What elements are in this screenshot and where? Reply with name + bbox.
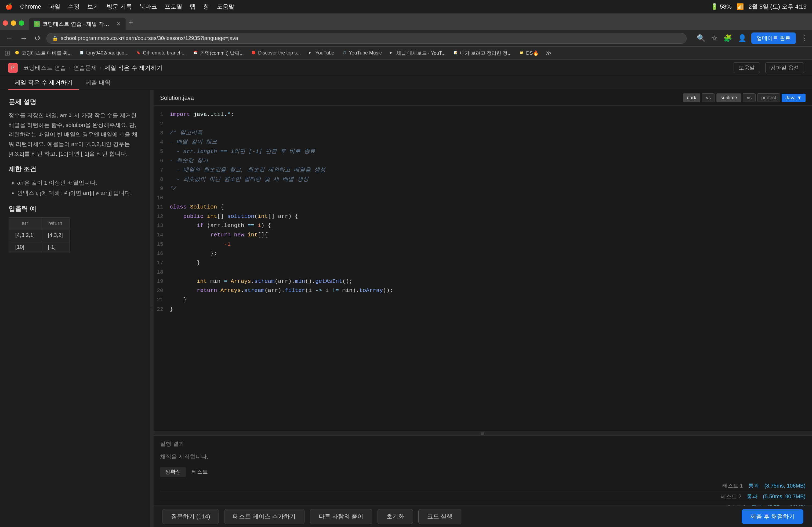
address-bar: ← → ↺ 🔒 school.programmers.co.kr/learn/c…	[0, 30, 812, 47]
code-line-9: 9 */	[154, 184, 812, 194]
theme-vs2-btn[interactable]: vs	[743, 93, 756, 102]
close-window-btn[interactable]	[3, 20, 8, 26]
search-icon[interactable]: 🔍	[697, 34, 706, 42]
compile-options-btn[interactable]: 컴파일 옵션	[765, 62, 804, 73]
apps-icon[interactable]: ⊞	[4, 49, 10, 57]
code-line-2: 2	[154, 119, 812, 129]
main-content: 문제 설명 정수를 저장한 배열, arr 에서 가장 작은 수를 제거한 배열…	[0, 90, 812, 527]
menu-icon[interactable]: ⋮	[801, 34, 808, 42]
bookmark-item-9[interactable]: 📝 내가 보려고 정리한 정...	[450, 49, 515, 57]
test-result-row-1: 테스트 1 통과 (8.75ms, 106MB)	[160, 481, 806, 491]
menu-tab[interactable]: 탭	[190, 3, 196, 11]
bookmarks-more-btn[interactable]: ≫	[543, 48, 554, 58]
lock-icon: 🔒	[52, 35, 58, 41]
code-line-6: 6 - 최솟값 찾기	[154, 156, 812, 166]
bookmark-item-1[interactable]: 🟡 코딩테스트 대비를 위...	[12, 49, 75, 57]
line-code-3: /* 알고리즘	[170, 129, 812, 138]
bookmark-item-10[interactable]: 📁 DS🔥	[516, 49, 542, 57]
menu-view[interactable]: 보기	[87, 3, 99, 11]
language-select[interactable]: Java ▼	[782, 94, 806, 102]
line-code-9: */	[170, 184, 812, 194]
theme-vs-btn[interactable]: vs	[702, 93, 715, 102]
bookmark-favicon-6: ▶	[309, 51, 314, 56]
theme-sublime-btn[interactable]: sublime	[716, 93, 741, 102]
help-btn[interactable]: 도움말	[734, 62, 760, 73]
test-time-1: (8.75ms, 106MB)	[765, 483, 806, 489]
result-tab-accuracy[interactable]: 정확성	[160, 467, 186, 477]
code-area[interactable]: 1 import java.util.*; 2 3 /* 알고리즘 4 - 배열…	[154, 106, 812, 431]
code-line-13: 13 if (arr.length == 1) {	[154, 221, 812, 230]
address-input[interactable]: 🔒 school.programmers.co.kr/learn/courses…	[46, 33, 686, 44]
bookmark-item-4[interactable]: 📅 커밋(commit) 날짜...	[190, 49, 247, 57]
io-cell-2-1: [10]	[9, 241, 41, 253]
io-title: 입출력 예	[9, 205, 142, 213]
menu-window[interactable]: 창	[203, 3, 209, 11]
tab-close-btn[interactable]: ✕	[116, 21, 121, 27]
test-name-1: 테스트 1	[711, 482, 743, 490]
code-line-11: 11 class Solution {	[154, 202, 812, 212]
line-num-9: 9	[154, 184, 170, 193]
address-icons: 🔍 ☆ 🧩 👤	[697, 34, 746, 42]
editor-filename: Solution.java	[160, 94, 194, 102]
bookmark-star-icon[interactable]: ☆	[711, 34, 717, 42]
menu-profile[interactable]: 프로필	[164, 3, 182, 11]
bookmark-item-2[interactable]: 📄 tony9402/baekjoo...	[76, 49, 132, 57]
line-code-5: - arr.length == 1이면 [-1] 반환 후 바로 종료	[170, 147, 812, 156]
site-header-right: 도움말 컴파일 옵션	[734, 62, 804, 73]
line-num-3: 3	[154, 129, 170, 137]
bookmark-item-8[interactable]: ▶ 채널 대시보드 - YouT...	[387, 49, 449, 57]
line-code-16: };	[170, 249, 812, 258]
forward-btn[interactable]: →	[19, 33, 28, 44]
editor-header: Solution.java dark vs sublime vs protect…	[154, 90, 812, 106]
result-tab-test[interactable]: 테스트	[187, 467, 213, 477]
menu-bookmark[interactable]: 북마크	[139, 3, 157, 11]
tab-title: 코딩테스트 연습 - 제일 작은 수 제...	[42, 20, 114, 28]
reset-btn[interactable]: 초기화	[378, 509, 413, 524]
bookmark-label-7: YouTube Music	[349, 50, 382, 56]
tab-problem[interactable]: 제일 작은 수 제거하기	[8, 76, 79, 90]
code-line-15: 15 -1	[154, 240, 812, 249]
breadcrumb-item-1[interactable]: 코딩테스트 연습	[23, 64, 66, 72]
resize-handle[interactable]: ≡	[154, 431, 812, 436]
bookmark-favicon-10: 📁	[520, 51, 524, 56]
breadcrumb-item-2[interactable]: 연습문제	[73, 64, 97, 72]
submit-btn[interactable]: 제출 후 채점하기	[742, 509, 803, 524]
update-btn[interactable]: 업데이트 완료	[751, 32, 796, 44]
maximize-window-btn[interactable]	[19, 20, 24, 26]
line-num-21: 21	[154, 296, 170, 304]
ask-btn[interactable]: 질문하기 (114)	[162, 509, 219, 524]
menu-chrome[interactable]: Chrome	[20, 3, 41, 10]
bookmark-item-5[interactable]: 🔴 Discover the top s...	[248, 49, 304, 57]
apple-menu[interactable]: 🍎	[5, 3, 13, 10]
active-tab[interactable]: 🟢 코딩테스트 연습 - 제일 작은 수 제... ✕	[29, 18, 126, 30]
code-line-5: 5 - arr.length == 1이면 [-1] 반환 후 바로 종료	[154, 147, 812, 156]
line-num-2: 2	[154, 119, 170, 128]
line-code-21: }	[170, 296, 812, 305]
new-tab-btn[interactable]: +	[126, 18, 133, 30]
theme-dark-btn[interactable]: dark	[683, 93, 700, 102]
bookmarks-bar: ⊞ 🟡 코딩테스트 대비를 위... 📄 tony9402/baekjoo...…	[0, 47, 812, 60]
menu-edit[interactable]: 수정	[68, 3, 80, 11]
bookmark-item-3[interactable]: 🔖 Git remote branch...	[133, 49, 189, 57]
minimize-window-btn[interactable]	[11, 20, 16, 26]
menu-file[interactable]: 파일	[48, 3, 60, 11]
code-line-18: 18	[154, 268, 812, 277]
back-btn[interactable]: ←	[4, 33, 14, 44]
account-icon[interactable]: 👤	[738, 34, 746, 42]
result-label: 실행 결과	[160, 440, 806, 448]
menu-help[interactable]: 도움말	[217, 3, 234, 11]
extensions-icon[interactable]: 🧩	[723, 34, 732, 42]
other-solution-btn[interactable]: 다른 사람의 풀이	[310, 509, 372, 524]
tab-submissions[interactable]: 제출 내역	[79, 76, 117, 90]
add-test-btn[interactable]: 테스트 케이스 추가하기	[224, 509, 304, 524]
panel-divider[interactable]: ⋮	[150, 90, 154, 527]
run-btn[interactable]: 코드 실행	[418, 509, 461, 524]
code-line-17: 17 }	[154, 258, 812, 268]
menu-history[interactable]: 방문 기록	[106, 3, 132, 11]
bookmark-item-7[interactable]: 🎵 YouTube Music	[339, 49, 385, 57]
theme-protect-btn[interactable]: protect	[757, 93, 780, 102]
line-num-14: 14	[154, 230, 170, 239]
tab-bar: 🟢 코딩테스트 연습 - 제일 작은 수 제... ✕ +	[0, 13, 812, 30]
reload-btn[interactable]: ↺	[33, 33, 42, 44]
bookmark-item-6[interactable]: ▶ YouTube	[306, 49, 337, 57]
